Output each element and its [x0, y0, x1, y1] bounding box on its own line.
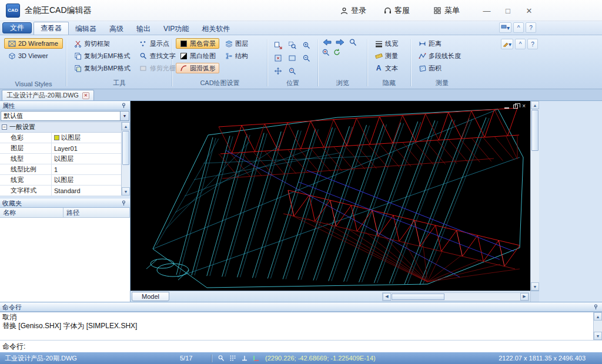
zoom-window-button[interactable]: [285, 39, 299, 51]
ribbon-collapse-icon[interactable]: ^: [515, 39, 526, 49]
property-row-layer[interactable]: 图层 Layer01: [0, 143, 121, 154]
menu-button[interactable]: 菜单: [433, 0, 460, 21]
property-row-color[interactable]: 色彩 以图层: [0, 133, 121, 143]
status-search-icon[interactable]: [217, 354, 225, 362]
command-log[interactable]: 取消 替换 [Geniso.SHX] 字体为 [SIMPLEX.SHX] ▲ ▼: [0, 312, 602, 341]
model-tab[interactable]: Model: [132, 292, 169, 301]
minimize-button[interactable]: —: [477, 0, 496, 21]
login-button[interactable]: 登录: [340, 0, 366, 21]
preset-dropdown[interactable]: 默认值 ▼: [1, 111, 129, 121]
favorites-list[interactable]: [0, 218, 130, 302]
scroll-thumb[interactable]: [392, 294, 444, 300]
polyline-length-button[interactable]: 多段线长度: [414, 50, 470, 61]
scroll-thumb[interactable]: [122, 131, 129, 165]
tab-vip[interactable]: VIP功能: [157, 23, 195, 35]
copy-bmp-button[interactable]: 复制为BMP格式: [70, 63, 134, 73]
clip-frame-button[interactable]: 剪切框架: [70, 38, 134, 49]
collapse-icon[interactable]: −: [2, 124, 7, 130]
tab-output[interactable]: 输出: [130, 23, 157, 35]
favorites-title: 收藏夹: [2, 199, 22, 208]
ortho-icon[interactable]: [240, 354, 249, 362]
distance-button[interactable]: 距离: [414, 38, 470, 49]
pin-icon[interactable]: [119, 102, 128, 110]
property-row-lineweight[interactable]: 线宽 以图层: [0, 175, 121, 186]
scroll-right-icon[interactable]: ▶: [520, 293, 529, 301]
horizontal-scrollbar[interactable]: ◀ ▶: [382, 292, 529, 301]
property-row-textstyle[interactable]: 文字样式 Standard: [0, 186, 121, 196]
smooth-arc-button[interactable]: 圆滑弧形: [176, 63, 219, 73]
ribbon-group-tools: 剪切框架 复制为EMF格式 复制为BMP格式: [67, 37, 172, 89]
vertical-scrollbar[interactable]: ▲ ▼: [530, 101, 539, 302]
pan-button[interactable]: [271, 65, 285, 77]
tab-related[interactable]: 相关软件: [195, 23, 236, 35]
zoom-out-button[interactable]: [299, 52, 313, 64]
property-row-linetype[interactable]: 线型 以图层: [0, 154, 121, 164]
command-log-scrollbar[interactable]: ▲ ▼: [593, 312, 602, 340]
zoom-extents-button[interactable]: [271, 52, 285, 64]
pin-icon[interactable]: [119, 199, 128, 207]
measure-toggle[interactable]: 测量: [371, 50, 407, 61]
tab-file[interactable]: 文件: [2, 22, 32, 33]
collapse-ribbon-icon[interactable]: ^: [513, 22, 524, 33]
scroll-up-icon[interactable]: ▲: [594, 312, 602, 321]
property-row-ltscale[interactable]: 线型比例 1: [0, 164, 121, 175]
close-button[interactable]: ✕: [520, 0, 539, 21]
mdi-window-controls: ×: [504, 103, 526, 109]
command-input[interactable]: [25, 342, 602, 351]
scroll-down-icon[interactable]: ▼: [531, 282, 539, 291]
scroll-up-icon[interactable]: ▲: [122, 122, 130, 130]
dropdown-arrow-icon[interactable]: ▼: [120, 112, 129, 120]
scroll-down-icon[interactable]: ▼: [594, 332, 602, 340]
scroll-up-icon[interactable]: ▲: [531, 101, 539, 109]
distance-icon: [418, 39, 426, 48]
scroll-thumb[interactable]: [531, 110, 539, 151]
scroll-down-icon[interactable]: ▼: [122, 187, 130, 196]
copy-emf-button[interactable]: 复制为EMF格式: [70, 50, 134, 61]
support-button[interactable]: 客服: [383, 0, 410, 21]
text-toggle[interactable]: A 文本: [371, 63, 407, 73]
3d-viewer-button[interactable]: 3D Viewer: [4, 50, 63, 61]
search-icon: [139, 52, 148, 60]
back-arrow-button[interactable]: [322, 38, 332, 46]
zoom-realtime-button[interactable]: [322, 48, 330, 56]
zoom-previous-button[interactable]: [285, 65, 299, 77]
favorites-col-name[interactable]: 名称: [0, 208, 63, 218]
snap-grid-icon[interactable]: [229, 354, 237, 362]
pin-icon[interactable]: [591, 303, 600, 311]
browse-search-button[interactable]: [349, 38, 357, 46]
paste-position-button[interactable]: [271, 39, 285, 51]
document-close-icon[interactable]: ✕: [82, 92, 89, 99]
lineweight-toggle[interactable]: 线宽: [371, 38, 407, 49]
forward-arrow-button[interactable]: [335, 38, 346, 46]
style-dropdown-icon[interactable]: ▾: [499, 22, 511, 33]
drawing-canvas[interactable]: ×: [131, 101, 530, 291]
pen-style-icon[interactable]: ▾: [501, 39, 513, 49]
zoom-in-button[interactable]: [299, 39, 313, 51]
group-label-browse: 浏览: [319, 79, 367, 87]
structure-button[interactable]: 结构: [221, 50, 252, 61]
scroll-left-icon[interactable]: ◀: [383, 293, 391, 301]
refresh-button[interactable]: [333, 48, 341, 56]
document-tab[interactable]: 工业设计产品-20期.DWG ✕: [2, 90, 94, 100]
tab-viewer[interactable]: 查看器: [34, 22, 69, 35]
mdi-restore-icon[interactable]: [513, 105, 518, 109]
property-grid-scrollbar[interactable]: ▲ ▼: [121, 122, 130, 196]
maximize-button[interactable]: □: [499, 0, 517, 21]
text-a-icon: A: [374, 64, 383, 72]
2d-wireframe-button[interactable]: 2D Wireframe: [4, 38, 63, 49]
login-label: 登录: [351, 5, 366, 16]
property-group-row[interactable]: − 一般设置: [0, 122, 121, 133]
black-background-button[interactable]: 黑色背景: [176, 38, 219, 49]
favorites-col-path[interactable]: 路径: [63, 208, 130, 218]
zoom-rect-button[interactable]: [285, 52, 299, 64]
ribbon-help-icon[interactable]: ?: [527, 39, 538, 49]
tab-editor[interactable]: 编辑器: [69, 23, 103, 35]
tab-advanced[interactable]: 高级: [103, 23, 130, 35]
help-icon[interactable]: ?: [526, 22, 536, 33]
bw-drawing-button[interactable]: 黑白绘图: [176, 50, 219, 61]
mdi-close-icon[interactable]: ×: [522, 103, 526, 109]
area-button[interactable]: 面积: [414, 63, 470, 73]
layers-button[interactable]: 图层: [221, 38, 252, 49]
mdi-minimize-icon[interactable]: [504, 107, 509, 109]
property-name: 线型: [0, 154, 52, 164]
